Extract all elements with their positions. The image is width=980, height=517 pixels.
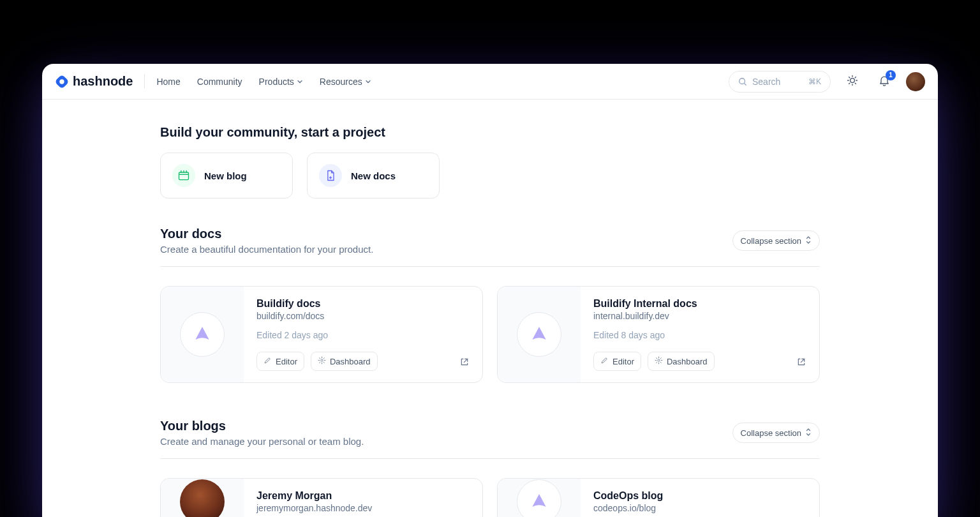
blogs-title: Your blogs	[160, 419, 364, 433]
blog-icon	[172, 164, 195, 187]
card-title: Buildify docs	[256, 298, 470, 310]
app-window: hashnode Home Community Products Resourc…	[42, 64, 938, 517]
collapse-icon	[805, 428, 812, 438]
theme-toggle[interactable]	[842, 71, 863, 92]
gear-icon	[655, 356, 663, 366]
user-avatar[interactable]	[906, 72, 925, 91]
brand-text: hashnode	[73, 74, 133, 89]
docs-icon	[319, 164, 342, 187]
docs-title: Your docs	[160, 227, 373, 241]
search-kbd: ⌘K	[808, 77, 821, 86]
card-meta: Edited 8 days ago	[593, 330, 806, 340]
brand[interactable]: hashnode	[55, 74, 145, 89]
blogs-subtitle: Create and manage your personal or team …	[160, 436, 364, 447]
editor-button[interactable]: Editor	[593, 352, 641, 371]
card-url: buildify.com/docs	[256, 311, 470, 321]
notifications-button[interactable]: 1	[874, 71, 895, 92]
project-avatar	[517, 312, 561, 357]
docs-cards-row: Buildify docs buildify.com/docs Edited 2…	[160, 286, 820, 383]
svg-point-5	[321, 359, 323, 361]
new-blog-card[interactable]: New blog	[160, 153, 293, 199]
card-thumbnail	[498, 479, 581, 517]
editor-button[interactable]: Editor	[256, 352, 304, 371]
search-input[interactable]: Search ⌘K	[729, 71, 831, 93]
docs-section-header: Your docs Create a beautiful documentati…	[160, 227, 820, 267]
card-url: codeops.io/blog	[593, 503, 806, 513]
docs-subtitle: Create a beautiful documentation for you…	[160, 244, 373, 255]
chevron-down-icon	[365, 79, 371, 85]
svg-rect-4	[179, 172, 189, 180]
docs-card[interactable]: Buildify Internal docs internal.buildify…	[497, 286, 820, 383]
card-title: CodeOps blog	[593, 490, 806, 502]
notification-badge: 1	[886, 70, 896, 80]
blog-card[interactable]: Jeremy Morgan jeremymorgan.hashnode.dev	[160, 478, 483, 517]
nav: Home Community Products Resources	[156, 77, 371, 87]
project-avatar	[180, 312, 225, 357]
card-title: Jeremy Morgan	[256, 490, 470, 502]
collapse-blogs-button[interactable]: Collapse section	[732, 423, 820, 443]
card-url: internal.buildify.dev	[593, 311, 806, 321]
hashnode-logo-icon	[55, 75, 69, 89]
chevron-down-icon	[297, 79, 303, 85]
hero-title: Build your community, start a project	[160, 125, 820, 140]
gear-icon	[318, 356, 326, 366]
search-placeholder: Search	[752, 77, 780, 87]
blog-card[interactable]: CodeOps blog codeops.io/blog	[497, 478, 820, 517]
pencil-icon	[600, 356, 609, 366]
nav-home[interactable]: Home	[156, 77, 180, 87]
new-blog-label: New blog	[204, 170, 247, 181]
search-icon	[738, 77, 747, 86]
open-external-button[interactable]	[459, 357, 470, 370]
docs-card[interactable]: Buildify docs buildify.com/docs Edited 2…	[160, 286, 483, 383]
nav-community[interactable]: Community	[197, 77, 242, 87]
card-thumbnail	[161, 287, 244, 382]
card-url: jeremymorgan.hashnode.dev	[256, 503, 470, 513]
sun-icon	[846, 74, 859, 89]
blogs-section-header: Your blogs Create and manage your person…	[160, 419, 820, 459]
pencil-icon	[264, 356, 272, 366]
card-thumbnail	[161, 479, 244, 517]
dashboard-button[interactable]: Dashboard	[648, 352, 715, 371]
collapse-icon	[805, 236, 812, 246]
new-docs-card[interactable]: New docs	[307, 153, 440, 199]
card-title: Buildify Internal docs	[593, 298, 806, 310]
project-avatar	[517, 479, 561, 517]
open-external-button[interactable]	[796, 357, 806, 370]
svg-point-1	[59, 79, 64, 84]
card-thumbnail	[498, 287, 581, 382]
nav-products[interactable]: Products	[259, 77, 303, 87]
author-avatar	[180, 479, 225, 517]
card-meta: Edited 2 days ago	[256, 330, 470, 340]
svg-point-6	[658, 359, 660, 361]
nav-resources[interactable]: Resources	[320, 77, 371, 87]
svg-point-3	[850, 78, 855, 82]
content: Build your community, start a project Ne…	[42, 100, 938, 517]
dashboard-button[interactable]: Dashboard	[311, 352, 378, 371]
new-docs-label: New docs	[351, 170, 396, 181]
hero-cards: New blog New docs	[160, 153, 820, 199]
collapse-docs-button[interactable]: Collapse section	[732, 230, 820, 251]
topbar: hashnode Home Community Products Resourc…	[42, 64, 938, 100]
blogs-cards-row: Jeremy Morgan jeremymorgan.hashnode.dev …	[160, 478, 820, 517]
